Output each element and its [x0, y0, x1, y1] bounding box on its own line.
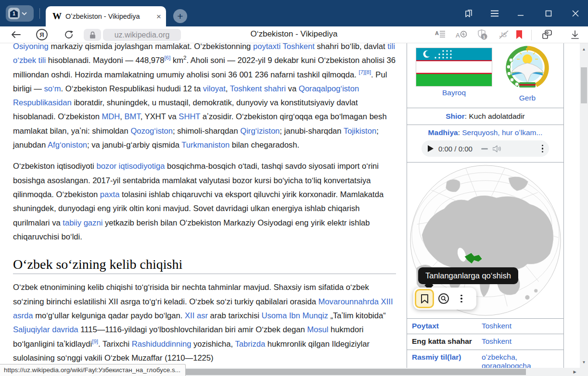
- downloads-button[interactable]: [568, 27, 582, 42]
- text-segment: ,: [120, 112, 124, 121]
- wiki-link[interactable]: Qirgʻiziston: [240, 126, 280, 136]
- text-segment: markaziy qismida joylashgan mamlakat. Oʻ…: [49, 43, 253, 51]
- maximize-button[interactable]: [542, 7, 555, 20]
- wiki-link[interactable]: MDH: [102, 112, 120, 121]
- refresh-button[interactable]: [62, 27, 76, 42]
- seek-bar[interactable]: [481, 148, 488, 150]
- horizontal-scroll-thumb[interactable]: [183, 369, 526, 375]
- wiki-link[interactable]: Tojikiston: [344, 126, 376, 136]
- text-segment: , YXHT va: [141, 112, 179, 121]
- reference-link[interactable]: [9]: [92, 338, 98, 344]
- scroll-up-arrow[interactable]: ▲: [580, 45, 588, 53]
- capital-value-link[interactable]: Toshkent: [474, 322, 556, 330]
- article-paragraph: Osiyoning markaziy qismida joylashgan ma…: [13, 43, 396, 152]
- play-icon[interactable]: [427, 145, 434, 152]
- close-window-button[interactable]: [569, 7, 582, 20]
- reference-link[interactable]: [7][8]: [359, 69, 371, 75]
- tab-group-button[interactable]: 1: [6, 5, 34, 22]
- text-segment: ; janubi-sharqdan: [280, 126, 344, 136]
- translate-button[interactable]: A: [454, 27, 469, 42]
- flag-caption-link[interactable]: Bayroq: [416, 88, 492, 97]
- reader-mode-icon: A: [435, 30, 446, 39]
- minimize-button[interactable]: [514, 7, 527, 20]
- yandex-home-button[interactable]: Я: [35, 27, 49, 42]
- reference-link[interactable]: [6]: [165, 55, 171, 61]
- wiki-link[interactable]: bozor iqtisodiyotiga: [96, 162, 165, 171]
- scroll-right-arrow[interactable]: ▶: [571, 368, 579, 376]
- wiki-link[interactable]: Qozogʻiston: [130, 126, 173, 136]
- tab-close-icon[interactable]: ×: [156, 13, 161, 21]
- uzbekistan-flag-image: [416, 48, 492, 87]
- official-languages-value-link[interactable]: oʻzbekcha, qoraqalpoqcha: [474, 353, 551, 368]
- flag-of-uzbekistan[interactable]: Bayroq: [416, 48, 492, 97]
- text-segment: ,: [226, 84, 230, 93]
- wiki-link[interactable]: tili: [387, 43, 395, 51]
- text-segment: 1115—1116-yildagi yoʻlboshlovchilaridan …: [78, 325, 307, 334]
- emblem-caption-link[interactable]: Gerb: [503, 94, 551, 102]
- wiki-link[interactable]: oʻzbek tili: [13, 56, 46, 65]
- add-to-favorites-button[interactable]: [415, 289, 434, 308]
- text-segment: km: [170, 56, 183, 65]
- wiki-link[interactable]: paxta: [100, 190, 120, 199]
- text-segment: yozishicha,: [191, 339, 235, 349]
- new-tab-button[interactable]: +: [173, 9, 187, 23]
- side-panel-button[interactable]: [462, 7, 475, 20]
- site-security-button[interactable]: [84, 29, 101, 41]
- infobox-anthem-row: Madhiya: Serquyosh, hur oʻlkam... 0:00 /…: [407, 125, 563, 163]
- official-languages-label-link[interactable]: Rasmiy til(lar): [407, 353, 474, 362]
- image-more-button[interactable]: [453, 289, 470, 308]
- largest-city-value-link[interactable]: Toshkent: [474, 337, 556, 346]
- text-segment: ; va janubi-gʻarbiy qismida: [87, 140, 181, 150]
- wiki-link[interactable]: XII asr: [185, 311, 208, 320]
- vertical-scroll-thumb[interactable]: [581, 67, 587, 103]
- address-bar[interactable]: uz.wikipedia.org: [103, 29, 181, 41]
- wiki-link[interactable]: Tabrizda: [235, 339, 265, 349]
- bookmark-panel-icon: [463, 8, 474, 19]
- protect-shield-button[interactable]: 1: [475, 27, 490, 42]
- emblem-of-uzbekistan[interactable]: Gerb: [503, 46, 551, 102]
- visual-search-icon: [438, 293, 449, 304]
- wiki-link[interactable]: Mosul: [307, 325, 328, 334]
- wiki-link[interactable]: Osiyoning: [13, 43, 49, 51]
- close-icon: [572, 10, 579, 17]
- toolbar-separator: [531, 30, 532, 40]
- vertical-scrollbar[interactable]: ▲ ▼: [580, 43, 588, 368]
- wiki-link[interactable]: Saljuqiylar davrida: [13, 325, 78, 334]
- javascript-toggle-button[interactable]: JS: [497, 27, 511, 42]
- bookmark-page-button[interactable]: [512, 27, 526, 42]
- wiki-link[interactable]: Afgʻoniston: [48, 140, 87, 150]
- wiki-link[interactable]: Toshkent shahri: [230, 84, 286, 93]
- wiki-link[interactable]: tabiiy gazni: [63, 218, 102, 227]
- wiki-link[interactable]: Usoma Ibn Munqiz: [262, 311, 328, 320]
- scroll-down-arrow[interactable]: ▼: [580, 358, 588, 366]
- anthem-separator: :: [458, 128, 462, 137]
- extensions-button[interactable]: [540, 27, 554, 42]
- titlebar: 1 W Oʻzbekiston - Vikipediya × +: [0, 0, 588, 26]
- anthem-label-link[interactable]: Madhiya: [428, 128, 458, 137]
- reader-mode-button[interactable]: A: [433, 27, 447, 42]
- wikipedia-favicon: W: [52, 11, 62, 22]
- motto-text: : Kuch adolatdadir: [465, 112, 525, 121]
- svg-text:1: 1: [483, 35, 485, 39]
- wiki-link[interactable]: SHHT: [179, 112, 200, 121]
- menu-button[interactable]: [488, 7, 501, 20]
- anthem-title-link[interactable]: Serquyosh, hur oʻlkam...: [462, 128, 542, 137]
- wiki-link[interactable]: viloyat: [203, 84, 226, 93]
- kebab-icon: [460, 295, 462, 303]
- motto-label-link[interactable]: Shior: [446, 112, 465, 121]
- browser-tab[interactable]: W Oʻzbekiston - Vikipediya ×: [46, 6, 166, 26]
- wiki-link[interactable]: Rashiduddinning: [132, 339, 192, 349]
- volume-icon[interactable]: [493, 145, 501, 152]
- status-url-bar: https://uz.wikipedia.org/wiki/Fayl:Узбек…: [0, 364, 186, 376]
- wiki-link[interactable]: soʻm: [44, 84, 61, 93]
- player-menu-icon[interactable]: [542, 145, 544, 153]
- lock-icon: [89, 31, 96, 39]
- visual-search-button[interactable]: [434, 289, 453, 308]
- capital-label-link[interactable]: Poytaxt: [407, 322, 474, 330]
- wiki-link[interactable]: Turkmaniston: [181, 140, 230, 150]
- infobox-flag-row: Bayroq: [407, 43, 563, 108]
- wiki-link[interactable]: poytaxti Toshkent: [253, 43, 315, 51]
- tab-count-badge: 1: [8, 8, 20, 19]
- wiki-link[interactable]: BMT: [125, 112, 141, 121]
- back-button[interactable]: [9, 27, 23, 42]
